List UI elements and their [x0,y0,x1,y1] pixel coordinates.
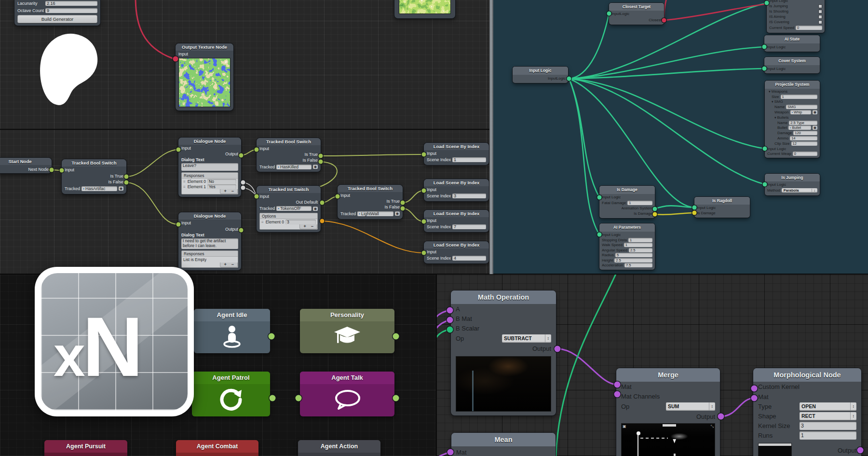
input-port[interactable] [692,206,697,210]
angular-speed-field[interactable]: 2.5 [629,248,652,252]
node-title[interactable]: Personality [300,309,394,321]
node-title[interactable]: Input Logic [513,67,568,75]
dialog-text-area[interactable]: Leave? [181,163,238,171]
is-shooting-checkbox[interactable] [818,10,822,14]
node-ai-state[interactable]: AI State Input Logic [764,35,820,52]
output-port[interactable] [319,154,323,158]
node-title[interactable]: Dialogue Node [178,138,241,145]
node-title[interactable]: Closest Target [609,3,664,11]
list-remove-button[interactable]: − [311,224,313,229]
node-title[interactable]: Tracked Bool Switch [257,138,321,145]
node-title[interactable]: Mean [451,433,556,446]
foldout-label[interactable]: SMG [772,99,783,104]
input-port[interactable] [336,194,340,199]
scene-index-field[interactable]: 1 [452,157,486,162]
object-picker-button[interactable]: ◉ [395,211,400,216]
output-port[interactable] [662,18,666,23]
preview-corner-icon[interactable]: ▣ [623,425,626,428]
height-field[interactable]: 2.5 [614,258,652,263]
output-port[interactable] [718,414,724,420]
node-is-damage[interactable]: Is Damage Input Logic Fatal Damage1 Anim… [599,186,655,218]
node-is-jumping[interactable]: Is Jumping Input Logic MethodParabola [765,174,820,195]
kernel-size-field[interactable]: 3 [800,422,856,430]
input-port[interactable] [763,182,767,187]
node-title[interactable]: Cover System [764,57,820,65]
node-projectile-system[interactable]: Projectile System Weapons Size1 SMG Name… [765,81,820,158]
preview-bar-icon[interactable] [663,424,676,427]
input-port[interactable] [751,395,758,401]
input-port[interactable] [607,12,611,16]
build-generator-button[interactable]: Build Generator [17,15,97,23]
output-port[interactable] [555,346,561,352]
node-title[interactable]: Morphological Node [753,368,861,382]
node-title[interactable]: Is Ragdoll [694,197,750,205]
preview-expand-icon[interactable]: ⤡ [711,425,714,428]
output-port[interactable] [401,207,405,211]
response-field[interactable]: Yes [207,184,236,189]
node-title[interactable]: AI Parameters [599,223,655,232]
input-port[interactable] [422,220,426,224]
node-title[interactable]: Load Scene By Index [424,210,489,217]
node-personality[interactable]: Personality [300,309,394,353]
node-tracked-bool-switch-1[interactable]: Tracked Bool Switch Input Is True Is Fal… [62,159,126,194]
scene-index-field[interactable]: 7 [452,224,486,229]
walk-speed-field[interactable]: 1 [624,243,652,247]
output-port[interactable] [124,180,129,185]
panel-dialogue-graph[interactable]: Start Node Next Node Tracked Bool Switch… [0,129,493,274]
node-load-scene-2[interactable]: Load Scene By Index Input Scene Index3 [424,179,489,201]
output-port[interactable] [567,77,571,81]
node-morphological[interactable]: Morphological Node Custom Kernel Mat Typ… [753,368,861,456]
is-jumping-checkbox[interactable] [818,4,822,8]
input-port[interactable] [762,67,767,71]
node-title[interactable]: Is Jumping [765,174,820,181]
ammo-field[interactable]: 14 [790,136,817,140]
input-port[interactable] [255,194,259,199]
scene-index-field[interactable]: 3 [452,193,486,198]
node-tracked-int-switch[interactable]: Tracked Int Switch Input Out Default Tra… [257,186,321,232]
node-load-scene-1[interactable]: Load Scene By Index Input Scene Index1 [424,143,489,165]
bullet-object-field[interactable]: Bullet [788,125,811,130]
runs-field[interactable]: 1 [800,431,856,440]
node-title[interactable]: Tracked Bool Switch [338,185,403,192]
node-title[interactable]: Agent Combat [176,440,258,453]
node-dialogue-1[interactable]: Dialogue Node Input Output Dialog Text L… [178,138,241,197]
input-port[interactable] [447,327,453,333]
node-load-scene-4[interactable]: Load Scene By Index Input Scene Index4 [424,241,489,263]
input-port[interactable] [614,391,621,398]
node-ai-parameters[interactable]: AI Parameters Input Logic Stopping Dista… [599,223,655,270]
scene-index-field[interactable]: 4 [452,256,486,261]
object-picker-button[interactable]: ◉ [813,125,817,130]
damage-field[interactable]: 120 [793,131,817,135]
output-port[interactable] [653,207,657,211]
node-title[interactable]: Agent Patrol [192,372,270,384]
name-field[interactable]: SMG [786,105,817,109]
weapon-object-field[interactable]: Whip [790,110,811,114]
input-port[interactable] [692,211,697,215]
option-field[interactable]: 3 [285,220,316,224]
node-agent-pursuit[interactable]: Agent Pursuit [44,440,127,456]
list-add-button[interactable]: + [303,224,306,229]
node-title[interactable]: Dialogue Node [178,212,241,220]
input-port[interactable] [422,152,426,157]
radius-field[interactable]: 5 [615,253,652,257]
node-title[interactable]: Agent Pursuit [44,440,127,453]
node-title[interactable]: Load Scene By Index [424,179,489,186]
tracked-object-field[interactable]: HasKilled [276,165,312,169]
drag-handle-icon[interactable] [261,220,264,224]
octave-count-field[interactable]: 9 [45,8,97,13]
dialog-text-area[interactable]: I need to get the artifact before I can … [181,238,238,249]
output-port[interactable] [857,447,864,454]
input-port[interactable] [422,189,426,193]
panel-image-graph[interactable]: Math Operation A B Mat B Scalar OpSUBTRA… [436,274,868,456]
node-agent-idle[interactable]: Agent Idle [194,309,270,353]
node-is-ragdoll[interactable]: Is Ragdoll Input Logic Is Damage [694,197,750,218]
input-port[interactable] [176,222,181,227]
tracked-object-field[interactable]: HasArtifac [81,186,117,191]
response-port[interactable] [241,186,245,190]
list-remove-button[interactable]: − [231,189,234,193]
response-field[interactable]: No [207,179,236,184]
node-closest-target[interactable]: Closest Target InputLogic Closest [609,3,664,25]
node-output-texture[interactable]: Output Texture Node Input [176,43,233,111]
input-port[interactable] [597,195,602,200]
lacunarity-field[interactable]: 2.16 [45,1,97,6]
